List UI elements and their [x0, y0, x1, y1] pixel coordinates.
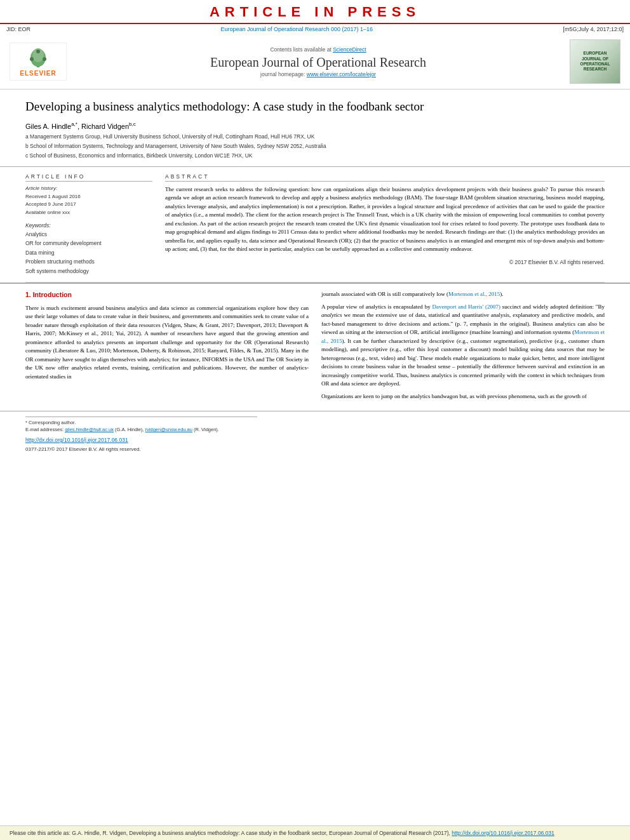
- history-items: Received 1 August 2016 Accepted 9 June 2…: [25, 193, 152, 217]
- main-body: 1. Introduction There is much excitement…: [0, 283, 630, 411]
- abstract-text: The current research seeks to address th…: [165, 185, 605, 254]
- keyword-5: Soft systems methodology: [25, 267, 152, 276]
- keyword-4: Problem structuring methods: [25, 257, 152, 266]
- doi-link[interactable]: http://dx.doi.org/10.1016/j.ejor.2017.06…: [25, 437, 128, 443]
- keyword-2: OR for community development: [25, 239, 152, 248]
- keywords-label: Keywords:: [25, 222, 152, 229]
- accepted-date: Accepted 9 June 2017: [25, 201, 152, 209]
- intro-para2: journals associated with OR is still com…: [321, 290, 605, 299]
- authors: Giles A. Hindlea,*, Richard Vidgenb,c: [25, 121, 605, 130]
- received-date: Received 1 August 2016: [25, 193, 152, 201]
- intro-para4: Organizations are keen to jump on the an…: [321, 392, 605, 401]
- body-right-col: journals associated with OR is still com…: [321, 290, 605, 404]
- cite-doi-link[interactable]: http://dx.doi.org/10.1016/j.ejor.2017.06…: [452, 830, 554, 836]
- intro-heading: 1. Introduction: [25, 290, 309, 300]
- journal-volume-link[interactable]: European Journal of Operational Research…: [30, 26, 563, 32]
- body-two-col: 1. Introduction There is much excitement…: [25, 290, 605, 404]
- history-label: Article history:: [25, 185, 152, 191]
- jid-label: JID: EOR: [6, 26, 30, 32]
- journal-name: European Journal of Operational Research: [73, 55, 563, 70]
- abstract-header: ABSTRACT: [165, 173, 605, 182]
- article-info-abstract: ARTICLE INFO Article history: Received 1…: [0, 166, 630, 283]
- banner-text: ARTICLE IN PRESS: [210, 4, 420, 20]
- article-in-press-banner: ARTICLE IN PRESS: [0, 0, 630, 24]
- email2-link[interactable]: rvidgen@unsw.edu.au: [145, 427, 192, 432]
- corresponding-author-note: * Corresponding author.: [25, 420, 605, 425]
- svg-point-5: [36, 50, 40, 53]
- elsevier-logo: ELSEVIER: [10, 43, 67, 81]
- top-meta: JID: EOR European Journal of Operational…: [0, 24, 630, 34]
- svg-point-3: [30, 57, 34, 61]
- elsevier-tree-icon: [22, 46, 54, 69]
- cite-footer: Please cite this article as: G.A. Hindle…: [0, 825, 630, 840]
- doi-line: http://dx.doi.org/10.1016/j.ejor.2017.06…: [0, 434, 630, 446]
- contents-available: Contents lists available at ScienceDirec…: [73, 46, 563, 53]
- affiliation-b: b School of Information Systems, Technol…: [25, 142, 605, 150]
- affiliation-a: a Management Systems Group, Hull Univers…: [25, 133, 605, 141]
- copyright-line: 0377-2217/© 2017 Elsevier B.V. All right…: [0, 446, 630, 457]
- abstract-col: ABSTRACT The current research seeks to a…: [165, 173, 605, 276]
- email1-link[interactable]: giles.hindle@hull.ac.uk: [65, 427, 114, 432]
- davenport-harris-link[interactable]: Davenport and Harris' (2007): [432, 303, 500, 310]
- sciencedirect-link[interactable]: ScienceDirect: [333, 46, 366, 53]
- article-title: Developing a business analytics methodol…: [25, 99, 605, 115]
- ref-label: [m5G;July 4, 2017;12:0]: [563, 26, 624, 32]
- journal-title-block: Contents lists available at ScienceDirec…: [73, 46, 563, 77]
- intro-para1: There is much excitement around business…: [25, 304, 309, 382]
- affiliation-c: c School of Business, Economics and Info…: [25, 152, 605, 160]
- homepage-link[interactable]: www.elsevier.com/locate/ejor: [307, 71, 376, 77]
- abstract-copyright: © 2017 Elsevier B.V. All rights reserved…: [165, 259, 605, 265]
- journal-homepage: journal homepage: www.elsevier.com/locat…: [73, 71, 563, 77]
- intro-para3: A popular view of analytics is encapsula…: [321, 303, 605, 389]
- keyword-3: Data mining: [25, 248, 152, 257]
- affiliations: a Management Systems Group, Hull Univers…: [25, 133, 605, 159]
- journal-header: ELSEVIER Contents lists available at Sci…: [0, 34, 630, 90]
- keyword-1: Analytics: [25, 230, 152, 239]
- mortenson-link2[interactable]: Mortenson et al., 2015: [321, 329, 605, 344]
- journal-logo-image: EUROPEAN JOURNAL OF OPERATIONAL RESEARCH: [570, 39, 620, 84]
- keywords-list: Analytics OR for community development D…: [25, 230, 152, 276]
- mortenson-link[interactable]: Mortenson et al., 2015: [448, 291, 500, 297]
- email-footnote: E-mail addresses: giles.hindle@hull.ac.u…: [25, 427, 605, 432]
- cite-text: Please cite this article as: G.A. Hindle…: [10, 830, 450, 836]
- svg-point-4: [43, 57, 46, 61]
- body-left-col: 1. Introduction There is much excitement…: [25, 290, 309, 404]
- article-info-col: ARTICLE INFO Article history: Received 1…: [25, 173, 152, 276]
- article-info-header: ARTICLE INFO: [25, 173, 152, 182]
- elsevier-text: ELSEVIER: [20, 70, 56, 77]
- article-section: Developing a business analytics methodol…: [0, 90, 630, 160]
- footnotes: * Corresponding author. E-mail addresses…: [0, 411, 630, 432]
- available-online: Available online xxx: [25, 209, 152, 217]
